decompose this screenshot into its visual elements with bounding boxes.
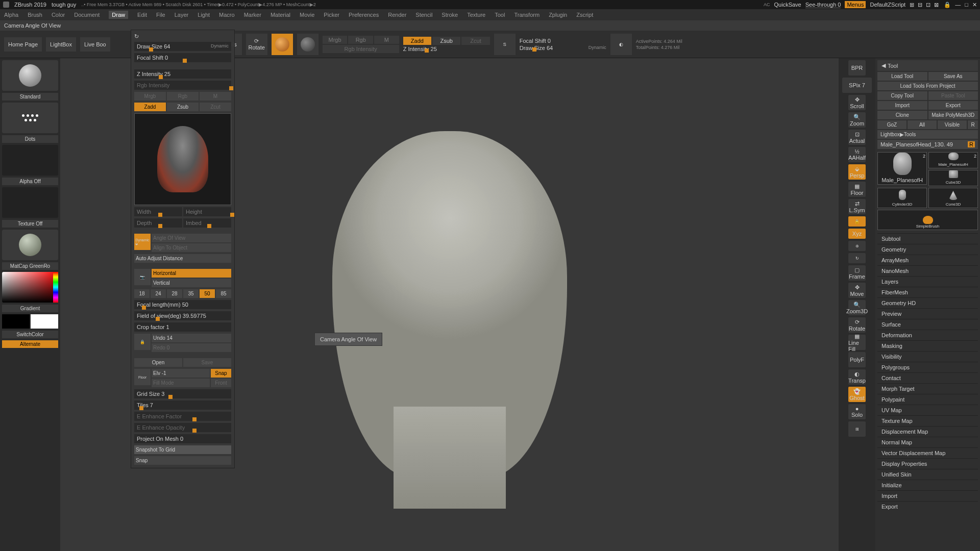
tool-section-import[interactable]: Import	[877, 490, 978, 501]
tool-thumb-1[interactable]: 2Male_PlanesofH	[928, 152, 978, 168]
material-thumb[interactable]	[2, 230, 58, 260]
tool-section-contact[interactable]: Contact	[877, 372, 978, 383]
panel-front[interactable]: Front	[211, 379, 231, 387]
tool-section-geometry[interactable]: Geometry	[877, 244, 978, 255]
color-picker[interactable]	[2, 272, 58, 303]
panel-aligntoobject[interactable]: Align To Object	[152, 243, 231, 252]
seethrough-slider[interactable]: See-through 0	[805, 2, 841, 8]
camera-icon[interactable]: 📷	[134, 269, 151, 285]
menu-draw[interactable]: Draw	[109, 11, 128, 19]
menu-brush[interactable]: Brush	[28, 12, 42, 18]
menu-file[interactable]: File	[156, 12, 165, 18]
ghost-button[interactable]: 👻Ghost	[848, 387, 866, 402]
panel-focallength[interactable]: Focal length(mm) 50	[134, 300, 231, 309]
dynamic-icon[interactable]: ◐	[610, 34, 632, 55]
tool-thumb-4[interactable]: Cone3D	[928, 188, 978, 208]
lightbox-button[interactable]: LightBox	[46, 37, 76, 52]
color-swatch-black[interactable]	[2, 314, 30, 329]
tool-section-unified-skin[interactable]: Unified Skin	[877, 469, 978, 480]
m-button[interactable]: M	[374, 36, 399, 44]
panel-vertical[interactable]: Vertical	[152, 279, 231, 287]
solo-button[interactable]: ●Solo	[848, 404, 866, 419]
panel-projectonmesh[interactable]: Project On Mesh 0	[134, 434, 231, 443]
rgb-button[interactable]: Rgb	[348, 36, 373, 44]
stroke-thumb[interactable]	[2, 103, 58, 133]
tool-thumb-2[interactable]: Cube3D	[928, 170, 978, 186]
menu-picker[interactable]: Picker	[324, 12, 339, 18]
copytool-button[interactable]: Copy Tool	[877, 91, 927, 100]
panel-snap[interactable]: Snap	[211, 369, 231, 378]
pastetool-button[interactable]: Paste Tool	[928, 91, 978, 100]
layout-icons[interactable]: ⊞ ⊟ ⊡ ⊠	[910, 2, 940, 8]
switchcolor-button[interactable]: SwitchColor	[2, 331, 58, 338]
mrgb-button[interactable]: Mrgb	[323, 36, 348, 44]
panel-drawsize[interactable]: Draw Size 64Dynamic	[134, 42, 231, 51]
persp-button[interactable]: ⬙Persp	[848, 164, 866, 180]
default-zscript[interactable]: DefaultZScript	[870, 2, 905, 8]
cycle-icon[interactable]: ↻	[848, 253, 866, 263]
panel-depth[interactable]: Depth	[134, 218, 182, 228]
alpha-thumb[interactable]	[2, 145, 58, 176]
zoom-button[interactable]: 🔍Zoom	[848, 112, 866, 128]
panel-focalshift[interactable]: Focal Shift 0	[134, 53, 231, 62]
menu-marker[interactable]: Marker	[244, 12, 261, 18]
menu-document[interactable]: Document	[74, 12, 100, 18]
panel-tiles[interactable]: Tiles 7	[134, 400, 231, 410]
color-swatch-white[interactable]	[31, 314, 58, 329]
menu-stencil[interactable]: Stencil	[415, 12, 432, 18]
xpose-icon[interactable]: ⊕	[848, 241, 866, 251]
tool-section-texture-map[interactable]: Texture Map	[877, 415, 978, 426]
tool-section-masking[interactable]: Masking	[877, 340, 978, 351]
loadfromproject-button[interactable]: Load Tools From Project	[877, 82, 978, 90]
tool-section-export[interactable]: Export	[877, 501, 978, 512]
panel-redo[interactable]: Redo 0	[152, 343, 231, 352]
tool-section-uv-map[interactable]: UV Map	[877, 405, 978, 415]
panel-enhancef[interactable]: E Enhance Factor	[134, 412, 231, 421]
tool-section-polypaint[interactable]: Polypaint	[877, 394, 978, 405]
menu-layer[interactable]: Layer	[175, 12, 189, 18]
menu-zscript[interactable]: Zscript	[576, 12, 593, 18]
actual-button[interactable]: ⊡Actual	[848, 130, 866, 145]
move-button[interactable]: ✥Move	[848, 283, 866, 298]
panel-zadd[interactable]: Zadd	[134, 103, 166, 111]
s-curve-icon[interactable]: S	[494, 34, 516, 55]
minimize-icon[interactable]: —	[955, 2, 961, 8]
menu-transform[interactable]: Transform	[514, 12, 540, 18]
refresh-icon[interactable]: ↻	[134, 33, 139, 40]
menus-button[interactable]: Menus	[845, 1, 866, 8]
tool-thumb-5[interactable]: SimpleBrush	[877, 210, 978, 230]
makepolymesh-button[interactable]: Make PolyMesh3D	[928, 111, 978, 119]
menu-color[interactable]: Color	[52, 12, 65, 18]
menu-edit[interactable]: Edit	[137, 12, 147, 18]
xyz-button[interactable]: Xyz	[848, 229, 866, 239]
material-preview[interactable]	[297, 34, 318, 55]
r-button[interactable]: R	[968, 120, 978, 129]
menu-tool[interactable]: Tool	[495, 12, 505, 18]
fl-28[interactable]: 28	[167, 289, 182, 298]
extra-icon[interactable]: ⊞	[848, 421, 866, 437]
fl-35[interactable]: 35	[183, 289, 199, 298]
panel-height[interactable]: Height	[183, 207, 231, 216]
panel-imbed[interactable]: Imbed	[183, 218, 231, 228]
tool-section-geometry-hd[interactable]: Geometry HD	[877, 297, 978, 308]
panel-save[interactable]: Save	[183, 358, 231, 367]
tool-section-surface[interactable]: Surface	[877, 319, 978, 330]
floor-icon[interactable]: Floor	[134, 369, 151, 385]
zsub-button[interactable]: Zsub	[432, 37, 460, 45]
tool-section-vector-displacement-map[interactable]: Vector Displacement Map	[877, 447, 978, 458]
export-button[interactable]: Export	[928, 101, 978, 110]
menu-render[interactable]: Render	[388, 12, 406, 18]
transp-button[interactable]: ◐Transp	[848, 369, 866, 385]
linefill-button[interactable]: ▦Line Fill	[848, 335, 866, 350]
panel-horizontal[interactable]: Horizontal	[152, 269, 231, 278]
tool-section-visibility[interactable]: Visibility	[877, 351, 978, 362]
panel-snapshot[interactable]: Snapshot To Grid	[134, 445, 231, 454]
alternate-button[interactable]: Alternate	[2, 340, 58, 348]
close-icon[interactable]: ✕	[972, 2, 977, 8]
aahalf-button[interactable]: ½AAHalf	[848, 147, 866, 162]
tool-section-preview[interactable]: Preview	[877, 308, 978, 319]
panel-enhanceo[interactable]: E Enhance Opacity	[134, 423, 231, 432]
current-tool[interactable]: Male_PlanesofHead_130. 49 R	[877, 140, 978, 149]
menu-macro[interactable]: Macro	[219, 12, 235, 18]
z-intensity-slider[interactable]: Z Intensity 25	[403, 46, 490, 52]
